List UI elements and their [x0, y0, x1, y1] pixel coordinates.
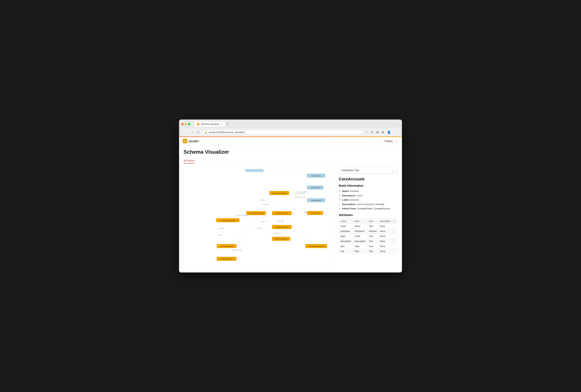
svg-text:CoreChangeComment: CoreChangeComment — [272, 192, 287, 194]
page-title: Schema Visualizer — [184, 149, 398, 155]
node-name: Name: Account — [342, 189, 397, 193]
header-more-button[interactable]: ⋮ — [395, 139, 398, 143]
top-node-bar — [245, 169, 264, 172]
table-row: descriptionDescriptionTextNone — [339, 239, 397, 244]
svg-text:CoreTaskTarget: CoreTaskTarget — [311, 200, 322, 201]
traffic-lights — [181, 123, 190, 125]
toolbar-actions: ☆ ✦ ⊞ ⬇ 👤 ⋮ — [364, 130, 398, 135]
col-description: description — [378, 219, 392, 224]
attributes-section-title: Attributes — [339, 213, 397, 217]
table-row: labelLabelTextNone — [339, 234, 397, 239]
node-description: Description: User Account for Infrahub — [342, 203, 397, 206]
download-button[interactable]: ⬇ — [381, 130, 385, 135]
edge-to-validator — [282, 178, 313, 213]
extension-button[interactable]: ✦ — [370, 130, 374, 135]
svg-text:CoreAccount: CoreAccount — [311, 212, 320, 214]
table-row: typeTypeTextNone — [339, 244, 397, 249]
svg-text:proposed_change: proposed_change — [236, 215, 246, 216]
edge-top-validator — [264, 171, 313, 176]
address-bar[interactable]: 🔒 localhost:8501/schema_visualizer — [202, 130, 363, 135]
edge-proposed-change-comment — [254, 193, 276, 213]
node-title: CoreAccount — [339, 177, 397, 182]
app-header: O OpsMill › Deploy ⋮ — [179, 137, 402, 145]
minimize-window-button[interactable] — [185, 123, 187, 125]
lock-icon: 🔒 — [204, 131, 207, 134]
logo-text: OpsMill — [188, 140, 198, 143]
svg-text:comments: comments — [218, 228, 224, 229]
tab-favicon: O — [197, 123, 200, 125]
bookmark-button[interactable]: ☆ — [364, 130, 369, 135]
header-actions: Deploy ⋮ — [384, 139, 398, 143]
svg-text:CoreStandardWebhook: CoreStandardWebhook — [308, 246, 324, 247]
window-more-button[interactable]: ⌄ — [395, 122, 400, 126]
edge-obj-proposed — [230, 216, 253, 259]
tabs-bar: All Nodes — [184, 158, 398, 164]
col-extra: c — [392, 219, 396, 224]
maximize-window-button[interactable] — [188, 123, 190, 125]
node-label: Label: Account — [342, 198, 397, 202]
url-text: localhost:8501/schema_visualizer — [209, 131, 245, 134]
close-window-button[interactable] — [181, 123, 184, 125]
col-kind: kind — [368, 219, 378, 224]
schema-graph: comments comments proposed_change propos… — [184, 167, 334, 269]
info-panel: Interaction Tips ⌄ CoreAccount Node Info… — [338, 167, 398, 269]
table-row: roleRoleTextNone — [339, 249, 397, 254]
svg-text:CoreObjectThread: CoreObjectThread — [221, 258, 232, 260]
table-row: nameNameTextNone — [339, 224, 397, 229]
tab-all-nodes[interactable]: All Nodes — [184, 158, 195, 163]
node-info-list: Name: Account Namespace: Core Label: Acc… — [339, 189, 397, 210]
svg-text:change: change — [257, 228, 261, 229]
breadcrumb-chevron: › — [200, 140, 200, 142]
refresh-button[interactable]: ↻ — [196, 130, 200, 135]
deploy-button[interactable]: Deploy — [384, 140, 393, 143]
main-area: Schema Visualizer All Nodes comments com… — [179, 145, 402, 273]
interaction-tips-dropdown[interactable]: Interaction Tips ⌄ — [339, 167, 397, 174]
attr-table-header: name label kind description c — [339, 219, 397, 224]
svg-text:change: change — [218, 234, 223, 236]
svg-text:CoreChangeThread: CoreChangeThread — [220, 246, 233, 247]
browser-more-button[interactable]: ⋮ — [393, 130, 398, 135]
browser-titlebar: O Schema Visualizer × + ⌄ ← → ↻ 🔒 localh… — [179, 119, 402, 136]
node-info-section-title: Node Information — [339, 184, 397, 187]
svg-text:created_by: created_by — [277, 220, 284, 222]
svg-text:CoreStandardGroup: CoreStandardGroup — [275, 226, 288, 228]
graph-area[interactable]: comments comments proposed_change propos… — [184, 167, 334, 269]
svg-text:CoreWebhook: CoreWebhook — [310, 187, 320, 189]
forward-button[interactable]: → — [190, 130, 195, 135]
two-column-layout: comments comments proposed_change propos… — [184, 167, 398, 269]
logo-icon: O — [183, 139, 187, 143]
attr-table-body: nameNameTextNonepasswordPasswordHashedNo… — [339, 224, 397, 254]
profile-button[interactable]: 👤 — [386, 130, 392, 135]
svg-text:proposed_change: proposed_change — [232, 249, 242, 251]
browser-tab[interactable]: O Schema Visualizer × — [194, 122, 225, 127]
new-tab-button[interactable]: + — [225, 121, 230, 127]
svg-text:CoreValidator: CoreValidator — [312, 175, 321, 177]
table-row: passwordPasswordHashedNone — [339, 229, 397, 234]
browser-window: O Schema Visualizer × + ⌄ ← → ↻ 🔒 localh… — [179, 119, 402, 273]
node-namespace: Namespace: Core — [342, 194, 397, 197]
svg-text:CoreProposedChange: CoreProposedChange — [249, 213, 263, 214]
col-label: label — [353, 219, 368, 224]
svg-text:CoreSchemaCheck: CoreSchemaCheck — [275, 238, 288, 240]
col-name: name — [339, 219, 353, 224]
interaction-tips-label: Interaction Tips — [342, 169, 359, 172]
svg-text:created_by: created_by — [274, 233, 281, 234]
interaction-tips-chevron: ⌄ — [392, 169, 394, 172]
app-content: O OpsMill › Deploy ⋮ Schema Visualizer A… — [179, 137, 402, 273]
svg-text:CoreRepositoryValidator: CoreRepositoryValidator — [220, 220, 236, 221]
svg-text:change_comments: change_comments — [294, 193, 305, 194]
tab-title: Schema Visualizer — [201, 123, 219, 125]
attributes-table: name label kind description c nameNameTe… — [339, 219, 397, 254]
tab-close-button[interactable]: × — [221, 123, 222, 126]
node-inherit: Inherit from: LineageOwner, LineageSourc… — [342, 207, 397, 210]
svg-text:comments: comments — [263, 204, 268, 205]
edge-std-webhook-gen — [282, 213, 313, 247]
app-logo: O OpsMill › — [183, 139, 200, 143]
svg-text:CoreGeneratorCheck: CoreGeneratorCheck — [275, 213, 289, 214]
browser-toolbar: ← → ↻ 🔒 localhost:8501/schema_visualizer… — [181, 128, 400, 136]
svg-text:comments: comments — [259, 199, 265, 201]
back-button[interactable]: ← — [184, 130, 188, 135]
puzzle-button[interactable]: ⊞ — [376, 130, 380, 135]
